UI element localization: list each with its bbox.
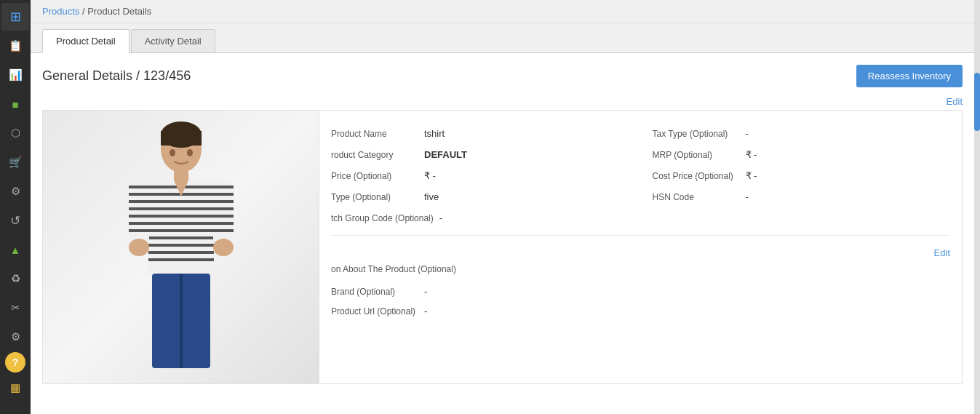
product-section: Product Name tshirt roduct Category DEFA… bbox=[42, 110, 963, 384]
field-cost-price: Cost Price (Optional) ₹ - bbox=[653, 170, 951, 181]
product-name-value: tshirt bbox=[424, 128, 445, 139]
type-value: five bbox=[424, 191, 439, 202]
svg-point-37 bbox=[170, 149, 175, 156]
product-name-label: Product Name bbox=[331, 129, 418, 139]
field-product-name: Product Name tshirt bbox=[331, 128, 629, 139]
svg-rect-17 bbox=[129, 180, 149, 246]
sidebar-icon-help[interactable]: ? bbox=[5, 352, 25, 373]
tabs-bar: Product Detail Activity Detail bbox=[31, 23, 974, 53]
additional-left-col: on About The Product (Optional) bbox=[331, 264, 629, 274]
svg-rect-24 bbox=[129, 229, 149, 232]
sidebar-icon-layers[interactable]: ⬡ bbox=[1, 119, 29, 147]
svg-rect-28 bbox=[213, 200, 234, 203]
additional-edit-link[interactable]: Edit bbox=[934, 247, 950, 258]
field-brand: Brand (Optional) - bbox=[331, 286, 629, 297]
additional-fields-grid: on About The Product (Optional) bbox=[331, 264, 950, 274]
brand-label: Brand (Optional) bbox=[331, 287, 418, 297]
sidebar-icon-recycle[interactable]: ♻ bbox=[1, 265, 29, 292]
brand-col: Brand (Optional) - bbox=[331, 286, 629, 297]
svg-rect-25 bbox=[213, 180, 234, 246]
svg-rect-3 bbox=[174, 169, 188, 182]
svg-rect-29 bbox=[213, 207, 234, 210]
sidebar-icon-tag[interactable]: ■ bbox=[1, 90, 29, 118]
main-content: Products / Product Details Product Detai… bbox=[31, 0, 974, 414]
sidebar-icon-document[interactable]: 📋 bbox=[1, 32, 29, 60]
fields-left-col: Product Name tshirt roduct Category DEFA… bbox=[331, 128, 629, 223]
general-edit-link[interactable]: Edit bbox=[947, 96, 963, 107]
additional-fields-grid-2: Brand (Optional) - bbox=[331, 286, 950, 297]
sidebar-icon-forklift[interactable]: ⚙ bbox=[1, 178, 29, 205]
sidebar-icon-settings[interactable]: ⚙ bbox=[1, 323, 29, 351]
batch-group-value: - bbox=[439, 212, 442, 223]
svg-rect-22 bbox=[129, 215, 149, 218]
product-image-container bbox=[43, 111, 319, 383]
svg-rect-26 bbox=[213, 186, 234, 188]
svg-rect-30 bbox=[213, 215, 234, 218]
svg-rect-12 bbox=[148, 236, 214, 239]
cost-price-label: Cost Price (Optional) bbox=[653, 171, 740, 181]
hsn-label: HSN Code bbox=[653, 192, 740, 202]
product-category-value: DEFAULT bbox=[424, 149, 467, 160]
product-url-label: Product Url (Optional) bbox=[331, 306, 418, 317]
breadcrumb: Products / Product Details bbox=[31, 0, 974, 23]
sidebar: ⊞ 📋 📊 ■ ⬡ 🛒 ⚙ ↺ ▲ ♻ ✂ ⚙ ? ▦ bbox=[0, 0, 31, 414]
svg-rect-13 bbox=[148, 244, 214, 247]
tab-activity-detail[interactable]: Activity Detail bbox=[131, 29, 215, 52]
hsn-value: - bbox=[746, 191, 749, 202]
reassess-inventory-button[interactable]: Reassess Inventory bbox=[856, 65, 963, 87]
svg-rect-21 bbox=[129, 207, 149, 210]
additional-right-col bbox=[653, 264, 951, 274]
details-title: General Details / 123/456 bbox=[42, 68, 191, 84]
sidebar-icon-barcode[interactable]: ▦ bbox=[1, 374, 29, 402]
svg-point-38 bbox=[187, 149, 193, 156]
svg-rect-10 bbox=[148, 222, 214, 225]
field-product-category: roduct Category DEFAULT bbox=[331, 149, 629, 160]
product-image-svg bbox=[123, 116, 239, 378]
product-url-value: - bbox=[424, 306, 427, 317]
svg-rect-23 bbox=[129, 222, 149, 225]
header-actions: Reassess Inventory bbox=[856, 65, 963, 87]
scrollbar-thumb bbox=[974, 73, 980, 131]
sidebar-icon-tools[interactable]: ✂ bbox=[1, 294, 29, 322]
field-type: Type (Optional) five bbox=[331, 191, 629, 202]
mrp-value: ₹ - bbox=[746, 149, 757, 160]
type-label: Type (Optional) bbox=[331, 192, 418, 202]
main-fields-grid: Product Name tshirt roduct Category DEFA… bbox=[331, 128, 950, 223]
brand-value: - bbox=[424, 286, 427, 297]
sidebar-icon-tshirt[interactable]: ▲ bbox=[1, 236, 29, 263]
svg-rect-11 bbox=[148, 229, 214, 232]
svg-rect-7 bbox=[148, 200, 214, 203]
section-divider-1 bbox=[331, 235, 950, 236]
price-label: Price (Optional) bbox=[331, 171, 418, 181]
field-batch-group: tch Group Code (Optional) - bbox=[331, 212, 629, 223]
tab-product-detail[interactable]: Product Detail bbox=[42, 29, 130, 53]
batch-group-label: tch Group Code (Optional) bbox=[331, 213, 434, 223]
field-information: on About The Product (Optional) bbox=[331, 264, 629, 274]
svg-rect-18 bbox=[129, 186, 149, 188]
field-mrp: MRP (Optional) ₹ - bbox=[653, 149, 951, 160]
product-image-placeholder bbox=[43, 111, 319, 383]
field-product-url: Product Url (Optional) - bbox=[331, 306, 950, 317]
mrp-label: MRP (Optional) bbox=[653, 150, 740, 160]
svg-rect-27 bbox=[213, 193, 234, 196]
tax-type-label: Tax Type (Optional) bbox=[653, 129, 740, 139]
sidebar-icon-home[interactable]: ⊞ bbox=[1, 3, 29, 31]
sidebar-icon-cart[interactable]: 🛒 bbox=[1, 148, 29, 176]
svg-rect-14 bbox=[148, 251, 214, 254]
breadcrumb-link-products[interactable]: Products bbox=[42, 6, 79, 17]
svg-rect-8 bbox=[148, 207, 214, 210]
svg-point-34 bbox=[213, 239, 234, 256]
svg-rect-9 bbox=[148, 215, 214, 218]
svg-rect-31 bbox=[213, 222, 234, 225]
field-hsn: HSN Code - bbox=[653, 191, 951, 202]
sidebar-icon-refresh[interactable]: ↺ bbox=[1, 207, 29, 234]
svg-rect-20 bbox=[129, 200, 149, 203]
tax-type-value: - bbox=[746, 128, 749, 139]
content-area: General Details / 123/456 Reassess Inven… bbox=[31, 53, 974, 414]
product-url-row: Product Url (Optional) - bbox=[331, 306, 950, 317]
information-label: on About The Product (Optional) bbox=[331, 264, 456, 274]
details-header: General Details / 123/456 Reassess Inven… bbox=[42, 65, 963, 87]
right-scrollbar[interactable] bbox=[974, 0, 980, 414]
sidebar-icon-chart[interactable]: 📊 bbox=[1, 61, 29, 89]
svg-rect-32 bbox=[213, 229, 234, 232]
